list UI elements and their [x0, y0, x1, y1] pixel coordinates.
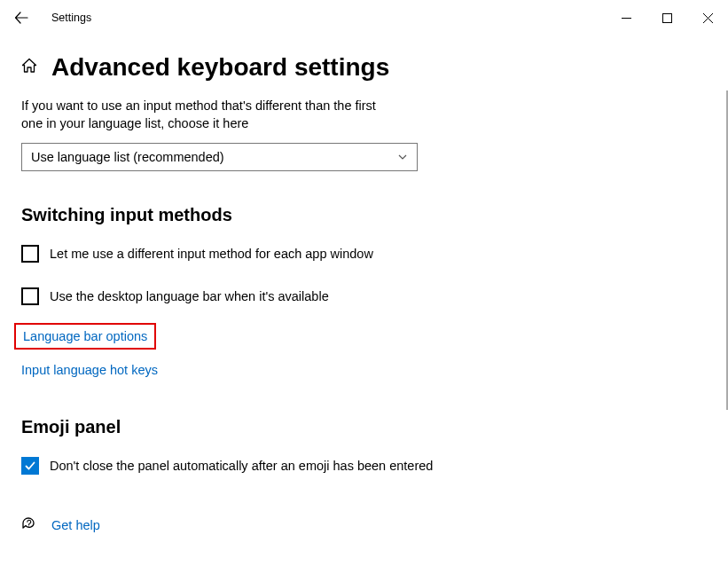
help-icon	[21, 515, 37, 535]
back-button[interactable]	[7, 4, 35, 32]
maximize-icon	[662, 13, 672, 23]
checkbox-per-app-input[interactable]	[21, 245, 39, 263]
checkmark-icon	[24, 460, 36, 472]
titlebar: Settings	[0, 0, 728, 35]
get-help-row: Get help	[21, 515, 707, 535]
checkbox-row-per-app-input: Let me use a different input method for …	[21, 245, 707, 263]
language-bar-options-link[interactable]: Language bar options	[23, 329, 147, 343]
home-icon[interactable]	[21, 58, 37, 77]
get-help-link[interactable]: Get help	[51, 518, 100, 532]
arrow-left-icon	[14, 11, 28, 25]
close-button[interactable]	[687, 0, 728, 35]
minimize-icon	[622, 13, 631, 23]
checkbox-label: Don't close the panel automatically afte…	[50, 459, 433, 473]
window-controls	[606, 0, 728, 35]
content-area: Advanced keyboard settings If you want t…	[0, 35, 728, 535]
close-icon	[703, 13, 713, 23]
emoji-panel-heading: Emoji panel	[21, 417, 707, 437]
page-header: Advanced keyboard settings	[21, 53, 707, 82]
checkbox-label: Let me use a different input method for …	[50, 247, 373, 261]
minimize-button[interactable]	[606, 0, 646, 35]
chevron-down-icon	[397, 152, 408, 162]
language-bar-options-highlight: Language bar options	[14, 323, 156, 350]
checkbox-row-desktop-langbar: Use the desktop language bar when it's a…	[21, 287, 707, 305]
window-title: Settings	[51, 12, 91, 24]
svg-point-1	[28, 526, 29, 527]
checkbox-row-emoji-autoclose: Don't close the panel automatically afte…	[21, 457, 707, 475]
svg-rect-0	[662, 13, 671, 22]
dropdown-selected-label: Use language list (recommended)	[31, 150, 224, 164]
emoji-panel-section: Emoji panel Don't close the panel automa…	[21, 417, 707, 475]
titlebar-left: Settings	[7, 4, 91, 32]
scrollbar[interactable]	[724, 35, 728, 582]
input-language-hotkeys-link[interactable]: Input language hot keys	[21, 363, 158, 377]
checkbox-label: Use the desktop language bar when it's a…	[50, 289, 329, 303]
checkbox-emoji-autoclose[interactable]	[21, 457, 39, 475]
page-title: Advanced keyboard settings	[51, 53, 389, 82]
maximize-button[interactable]	[646, 0, 687, 35]
default-input-method-dropdown[interactable]: Use language list (recommended)	[21, 143, 418, 171]
checkbox-desktop-langbar[interactable]	[21, 287, 39, 305]
switching-input-methods-heading: Switching input methods	[21, 205, 707, 225]
input-method-description: If you want to use an input method that'…	[21, 98, 394, 132]
